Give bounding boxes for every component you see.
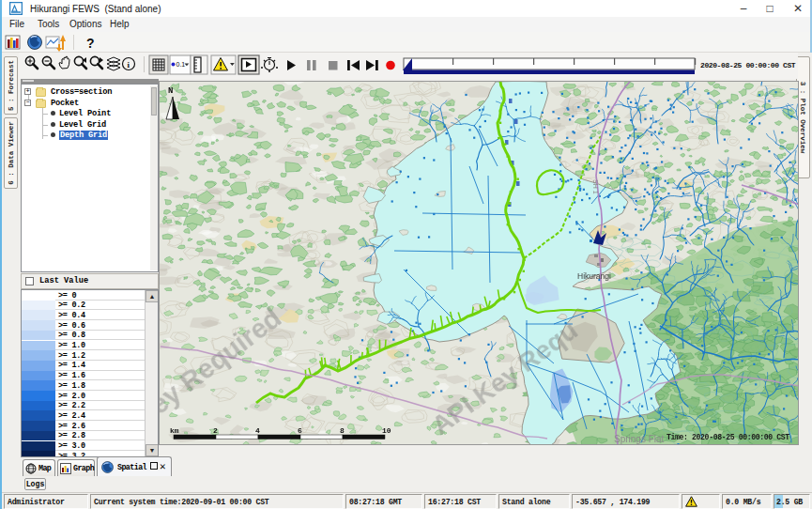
svg-text:2: 2 xyxy=(213,426,218,435)
svg-text:10: 10 xyxy=(382,426,391,435)
svg-text:Hikurangi: Hikurangi xyxy=(577,271,611,281)
svg-text:SH 1: SH 1 xyxy=(592,179,599,194)
svg-text:i: i xyxy=(128,60,130,69)
svg-text:km: km xyxy=(170,426,179,435)
svg-text:Springs Flat: Springs Flat xyxy=(614,434,665,444)
svg-text:Time: 2020-08-25 00:00:00 CST: Time: 2020-08-25 00:00:00 CST xyxy=(666,433,789,441)
svg-text:N: N xyxy=(168,86,173,96)
svg-text:8: 8 xyxy=(340,426,345,435)
svg-text:0.1: 0.1 xyxy=(176,61,186,68)
svg-text:?: ? xyxy=(86,36,95,51)
svg-text:6: 6 xyxy=(298,426,302,435)
svg-text:4: 4 xyxy=(255,426,260,435)
